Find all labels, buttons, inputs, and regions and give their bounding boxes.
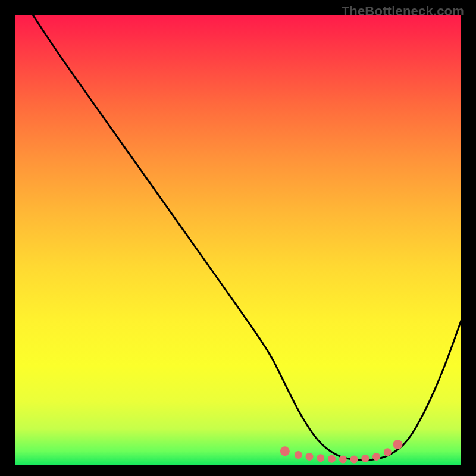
curve-path (33, 15, 461, 460)
chart-svg (15, 15, 461, 465)
marker-dot (372, 453, 380, 461)
marker-dot (317, 454, 324, 462)
marker-dot (350, 455, 358, 463)
marker-group (280, 440, 403, 463)
watermark-text: TheBottleneck.com (342, 4, 464, 19)
marker-dot (328, 455, 336, 463)
plot-area (15, 15, 461, 465)
chart-container: TheBottleneck.com (0, 0, 476, 476)
marker-dot (393, 440, 403, 449)
marker-dot (295, 451, 302, 459)
marker-dot (384, 448, 392, 456)
marker-dot (306, 453, 314, 461)
marker-dot (280, 446, 290, 456)
marker-dot (361, 455, 369, 462)
marker-dot (339, 455, 347, 463)
